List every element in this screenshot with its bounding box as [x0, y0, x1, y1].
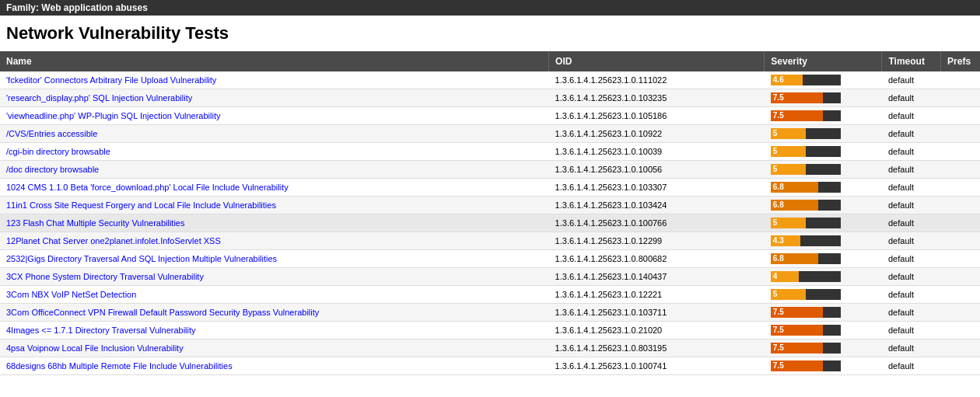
table-row-oid: 1.3.6.1.4.1.25623.1.0.100766: [549, 214, 765, 232]
table-row-oid: 1.3.6.1.4.1.25623.1.0.12299: [549, 232, 765, 250]
col-header-name: Name: [0, 51, 549, 71]
table-row-prefs: [941, 268, 980, 286]
table-row-name[interactable]: 68designs 68hb Multiple Remote File Incl…: [0, 357, 549, 375]
col-header-severity: Severity: [765, 51, 882, 71]
table-row-prefs: [941, 250, 980, 268]
table-row-timeout: default: [882, 340, 941, 357]
table-row-prefs: [941, 107, 980, 125]
table-row-oid: 1.3.6.1.4.1.25623.1.0.103307: [549, 179, 765, 197]
table-row-prefs: [941, 161, 980, 179]
table-row-name[interactable]: 'fckeditor' Connectors Arbitrary File Up…: [0, 71, 549, 89]
table-row-timeout: default: [882, 268, 941, 286]
table-row-timeout: default: [882, 322, 941, 340]
table-row-prefs: [941, 214, 980, 232]
table-row-timeout: default: [882, 107, 941, 125]
table-row-timeout: default: [882, 179, 941, 197]
table-row-severity: 7.5: [765, 322, 882, 340]
table-row-timeout: default: [882, 304, 941, 322]
table-row-severity: 6.8: [765, 179, 882, 197]
family-bar: Family: Web application abuses: [0, 0, 980, 16]
table-row-prefs: [941, 340, 980, 357]
table-row-oid: 1.3.6.1.4.1.25623.1.0.10039: [549, 143, 765, 161]
table-row-name[interactable]: 3Com OfficeConnect VPN Firewall Default …: [0, 304, 549, 322]
table-row-severity: 5: [765, 214, 882, 232]
table-row-timeout: default: [882, 161, 941, 179]
table-row-oid: 1.3.6.1.4.1.25623.1.0.103235: [549, 89, 765, 107]
table-row-prefs: [941, 232, 980, 250]
col-header-oid: OID: [549, 51, 765, 71]
table-row-prefs: [941, 179, 980, 197]
table-row-timeout: default: [882, 89, 941, 107]
table-row-prefs: [941, 304, 980, 322]
table-row-name[interactable]: 'viewheadline.php' WP-Plugin SQL Injecti…: [0, 107, 549, 125]
table-row-prefs: [941, 125, 980, 143]
table-row-severity: 7.5: [765, 107, 882, 125]
table-row-name[interactable]: 2532|Gigs Directory Traversal And SQL In…: [0, 250, 549, 268]
table-row-timeout: default: [882, 286, 941, 304]
table-row-name[interactable]: /CVS/Entries accessible: [0, 125, 549, 143]
table-row-timeout: default: [882, 71, 941, 89]
table-row-severity: 5: [765, 161, 882, 179]
table-row-oid: 1.3.6.1.4.1.25623.1.0.103424: [549, 197, 765, 214]
table-row-oid: 1.3.6.1.4.1.25623.1.0.111022: [549, 71, 765, 89]
col-header-timeout: Timeout: [882, 51, 941, 71]
table-row-timeout: default: [882, 197, 941, 214]
table-row-oid: 1.3.6.1.4.1.25623.1.0.10056: [549, 161, 765, 179]
table-row-severity: 6.8: [765, 250, 882, 268]
table-row-timeout: default: [882, 143, 941, 161]
table-row-oid: 1.3.6.1.4.1.25623.1.0.21020: [549, 322, 765, 340]
table-row-name[interactable]: /cgi-bin directory browsable: [0, 143, 549, 161]
table-row-severity: 4.3: [765, 232, 882, 250]
table-row-name[interactable]: 4Images <= 1.7.1 Directory Traversal Vul…: [0, 322, 549, 340]
table-row-severity: 5: [765, 143, 882, 161]
table-row-timeout: default: [882, 250, 941, 268]
table-row-prefs: [941, 197, 980, 214]
table-row-name[interactable]: 3CX Phone System Directory Traversal Vul…: [0, 268, 549, 286]
table-row-name[interactable]: 11in1 Cross Site Request Forgery and Loc…: [0, 197, 549, 214]
table-row-oid: 1.3.6.1.4.1.25623.1.0.105186: [549, 107, 765, 125]
table-row-severity: 7.5: [765, 89, 882, 107]
table-row-severity: 7.5: [765, 340, 882, 357]
table-row-oid: 1.3.6.1.4.1.25623.1.0.100741: [549, 357, 765, 375]
table-row-oid: 1.3.6.1.4.1.25623.1.0.800682: [549, 250, 765, 268]
table-row-timeout: default: [882, 214, 941, 232]
table-row-severity: 7.5: [765, 304, 882, 322]
table-row-prefs: [941, 322, 980, 340]
table-row-oid: 1.3.6.1.4.1.25623.1.0.803195: [549, 340, 765, 357]
nvt-table: Name OID Severity Timeout Prefs 'fckedit…: [0, 51, 980, 375]
table-row-name[interactable]: 123 Flash Chat Multiple Security Vulnera…: [0, 214, 549, 232]
table-row-name[interactable]: 'research_display.php' SQL Injection Vul…: [0, 89, 549, 107]
table-row-severity: 6.8: [765, 197, 882, 214]
table-row-prefs: [941, 286, 980, 304]
table-row-severity: 7.5: [765, 357, 882, 375]
table-row-timeout: default: [882, 357, 941, 375]
table-row-prefs: [941, 143, 980, 161]
table-row-name[interactable]: 4psa Voipnow Local File Inclusion Vulner…: [0, 340, 549, 357]
table-row-prefs: [941, 89, 980, 107]
table-row-oid: 1.3.6.1.4.1.25623.1.0.140437: [549, 268, 765, 286]
table-row-severity: 4: [765, 268, 882, 286]
col-header-prefs: Prefs: [941, 51, 980, 71]
table-row-oid: 1.3.6.1.4.1.25623.1.0.10922: [549, 125, 765, 143]
table-row-name[interactable]: 12Planet Chat Server one2planet.infolet.…: [0, 232, 549, 250]
table-row-name[interactable]: 3Com NBX VoIP NetSet Detection: [0, 286, 549, 304]
table-row-oid: 1.3.6.1.4.1.25623.1.0.103711: [549, 304, 765, 322]
table-row-prefs: [941, 357, 980, 375]
table-row-timeout: default: [882, 125, 941, 143]
table-row-oid: 1.3.6.1.4.1.25623.1.0.12221: [549, 286, 765, 304]
page-title: Network Vulnerability Tests: [0, 16, 980, 51]
table-row-name[interactable]: /doc directory browsable: [0, 161, 549, 179]
table-row-severity: 4.6: [765, 71, 882, 89]
table-row-severity: 5: [765, 286, 882, 304]
table-row-name[interactable]: 1024 CMS 1.1.0 Beta 'force_download.php'…: [0, 179, 549, 197]
table-row-prefs: [941, 71, 980, 89]
table-row-severity: 5: [765, 125, 882, 143]
table-row-timeout: default: [882, 232, 941, 250]
